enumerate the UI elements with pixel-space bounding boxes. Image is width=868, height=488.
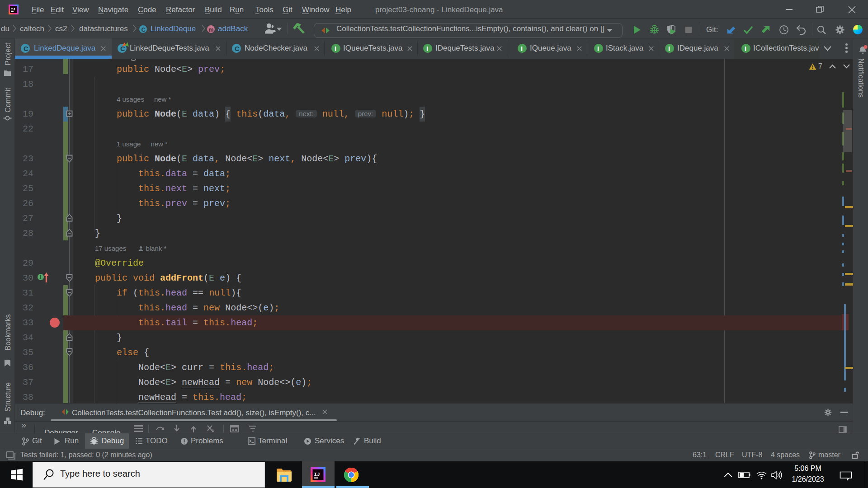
svg-text:IJ: IJ (11, 7, 15, 11)
svg-text:IJ: IJ (314, 472, 320, 477)
